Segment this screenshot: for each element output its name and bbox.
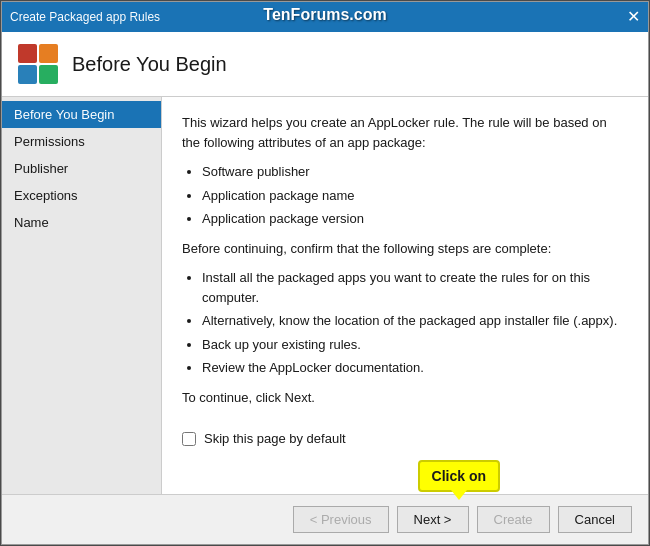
window: Create Packaged app Rules TenForums.com …	[1, 1, 649, 545]
list-item: Application package version	[202, 209, 628, 229]
sidebar-item-permissions[interactable]: Permissions	[2, 128, 161, 155]
skip-page-checkbox-area: Skip this page by default	[182, 431, 628, 446]
create-button[interactable]: Create	[477, 506, 550, 533]
footer: Click on < Previous Next > Create Cancel	[2, 494, 648, 544]
attributes-list: Software publisher Application package n…	[202, 162, 628, 229]
intro-text: This wizard helps you create an AppLocke…	[182, 113, 628, 152]
icon-cell-bl	[18, 65, 37, 84]
list-item: Application package name	[202, 186, 628, 206]
list-item: Software publisher	[202, 162, 628, 182]
sidebar-item-exceptions[interactable]: Exceptions	[2, 182, 161, 209]
prereq-intro-text: Before continuing, confirm that the foll…	[182, 239, 628, 259]
sidebar-item-before-you-begin[interactable]: Before You Begin	[2, 101, 161, 128]
app-icon	[18, 44, 58, 84]
close-button[interactable]: ✕	[627, 9, 640, 25]
sidebar-item-publisher[interactable]: Publisher	[2, 155, 161, 182]
icon-cell-br	[39, 65, 58, 84]
list-item: Install all the packaged apps you want t…	[202, 268, 628, 307]
list-item: Back up your existing rules.	[202, 335, 628, 355]
skip-page-checkbox[interactable]	[182, 432, 196, 446]
cancel-button[interactable]: Cancel	[558, 506, 632, 533]
title-bar: Create Packaged app Rules TenForums.com …	[2, 2, 648, 32]
previous-button[interactable]: < Previous	[293, 506, 389, 533]
list-item: Review the AppLocker documentation.	[202, 358, 628, 378]
page-title: Before You Begin	[72, 53, 227, 76]
window-title: Create Packaged app Rules	[10, 10, 160, 24]
watermark: TenForums.com	[263, 6, 386, 24]
sidebar: Before You Begin Permissions Publisher E…	[2, 97, 162, 494]
main-content: This wizard helps you create an AppLocke…	[162, 97, 648, 494]
header-area: Before You Begin	[2, 32, 648, 97]
prereqs-list: Install all the packaged apps you want t…	[202, 268, 628, 378]
icon-cell-tr	[39, 44, 58, 63]
click-on-tooltip: Click on	[418, 460, 500, 492]
list-item: Alternatively, know the location of the …	[202, 311, 628, 331]
next-button[interactable]: Next >	[397, 506, 469, 533]
sidebar-item-name[interactable]: Name	[2, 209, 161, 236]
icon-cell-tl	[18, 44, 37, 63]
content-area: Before You Begin Permissions Publisher E…	[2, 97, 648, 494]
continue-text: To continue, click Next.	[182, 388, 628, 408]
skip-page-label: Skip this page by default	[204, 431, 346, 446]
